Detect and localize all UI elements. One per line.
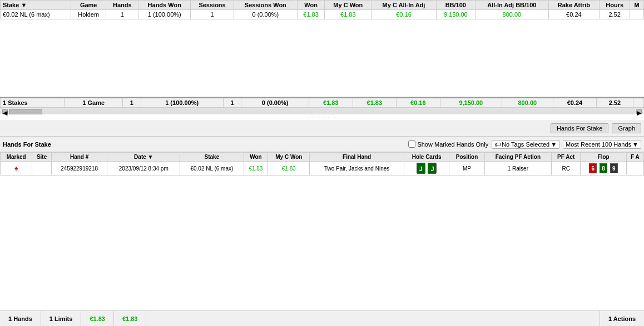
stakes-table: Stake ▼ Game Hands Hands Won Sessions Se… [0, 0, 644, 19]
cell-won: €1.83 [244, 162, 268, 175]
footer-bb100: 9,150.00 [440, 98, 502, 108]
cell-hours: 2.52 [599, 10, 630, 19]
main-container: Stake ▼ Game Hands Hands Won Sessions Se… [0, 0, 644, 326]
scroll-thumb[interactable] [9, 109, 42, 114]
cell-final-hand: Two Pair, Jacks and Nines [310, 162, 404, 175]
col-site[interactable]: Site [32, 153, 52, 162]
footer-actions: 1 Actions [600, 311, 644, 326]
col-bb100[interactable]: BB/100 [436, 1, 475, 10]
scroll-right-arrow[interactable]: ▶ [636, 109, 642, 114]
scroll-track[interactable] [9, 109, 635, 114]
top-scrollbar[interactable]: ◀ ▶ [0, 108, 644, 114]
col-hand-num[interactable]: Hand # [51, 153, 107, 162]
col-hole-cards[interactable]: Hole Cards [404, 153, 449, 162]
col-facing-pf-action[interactable]: Facing PF Action [484, 153, 551, 162]
col-game[interactable]: Game [71, 1, 106, 10]
cell-my-c-won: €1.83 [268, 162, 310, 175]
most-recent-dropdown[interactable]: Most Recent 100 Hands ▼ [563, 140, 641, 149]
col-won[interactable]: Won [297, 1, 325, 10]
hand-row[interactable]: ♠ 245922919218 2023/09/12 8:34 pm €0.02 … [1, 162, 644, 175]
hands-for-stake-label: Hands For Stake [3, 141, 51, 148]
show-marked-checkbox-label[interactable]: Show Marked Hands Only [408, 141, 488, 148]
cell-game: Holdem [71, 10, 106, 19]
col-flop[interactable]: Flop [581, 153, 627, 162]
scroll-left-arrow[interactable]: ◀ [2, 109, 8, 114]
hands-for-stake-button[interactable]: Hands For Stake [551, 123, 609, 133]
cell-pf-act: RC [552, 162, 581, 175]
tags-dropdown[interactable]: 🏷 No Tags Selected ▼ [492, 140, 559, 149]
cell-marked: ♠ [1, 162, 32, 175]
show-marked-label: Show Marked Hands Only [417, 141, 488, 148]
cell-my-c-won: €1.83 [325, 10, 371, 19]
cell-stake: €0.02 NL (6 max) [180, 162, 244, 175]
top-area: Stake ▼ Game Hands Hands Won Sessions Se… [0, 0, 644, 120]
footer-my-c-won: €1.83 [353, 98, 397, 108]
most-recent-label: Most Recent 100 Hands [566, 141, 631, 148]
dots-separator: · · · · · · [0, 114, 644, 120]
footer-limits: 1 Limits [41, 311, 82, 326]
flop-card-3: 9 [610, 163, 618, 173]
col-sessions[interactable]: Sessions [191, 1, 234, 10]
cell-sessions: 1 [191, 10, 234, 19]
table-header-row: Stake ▼ Game Hands Hands Won Sessions Se… [1, 1, 644, 10]
top-toolbar: Hands For Stake Graph [0, 120, 644, 137]
col-hands[interactable]: Hands [106, 1, 138, 10]
tags-label: No Tags Selected [502, 141, 549, 148]
col-date[interactable]: Date ▼ [107, 153, 180, 162]
table-row[interactable]: €0.02 NL (6 max) Holdem 1 1 (100.00%) 1 … [1, 10, 644, 19]
col-rake-attrib[interactable]: Rake Attrib [548, 1, 599, 10]
cell-stake: €0.02 NL (6 max) [1, 10, 71, 19]
show-marked-checkbox[interactable] [408, 141, 415, 148]
col-stake[interactable]: Stake ▼ [1, 1, 71, 10]
col-my-c-won[interactable]: My C Won [325, 1, 371, 10]
footer-hours: 2.52 [597, 98, 633, 108]
cell-date: 2023/09/12 8:34 pm [107, 162, 180, 175]
col-marked[interactable]: Marked [1, 153, 32, 162]
col-final-hand[interactable]: Final Hand [310, 153, 404, 162]
footer-won: €1.83 [309, 98, 353, 108]
hands-toolbar: Hands For Stake Show Marked Hands Only 🏷… [0, 137, 644, 152]
col-my-c-all-in-adj[interactable]: My C All-In Adj [371, 1, 436, 10]
col-m[interactable]: M [630, 1, 644, 10]
col-hands-won[interactable]: Hands Won [138, 1, 191, 10]
tags-chevron-icon: ▼ [551, 141, 557, 148]
footer-hands: 1 [123, 98, 141, 108]
cell-hands: 1 [106, 10, 138, 19]
col-pf-act[interactable]: PF Act [552, 153, 581, 162]
col-stake[interactable]: Stake [180, 153, 244, 162]
col-my-c-won[interactable]: My C Won [268, 153, 310, 162]
col-all-in-adj-bb100[interactable]: All-In Adj BB/100 [475, 1, 548, 10]
footer-game: 1 Game [65, 98, 123, 108]
col-sessions-won[interactable]: Sessions Won [234, 1, 297, 10]
footer-won: €1.83 [81, 311, 114, 326]
flop-card-2: 8 [600, 163, 607, 173]
col-f-a[interactable]: F A [626, 153, 643, 162]
footer-hands: 1 Hands [0, 311, 41, 326]
hands-empty-space [0, 175, 644, 310]
footer-row: 1 Stakes 1 Game 1 1 (100.00%) 1 0 (0.00%… [1, 98, 644, 108]
hands-table: Marked Site Hand # Date ▼ Stake Won My C… [0, 152, 644, 175]
cell-won: €1.83 [297, 10, 325, 19]
footer-m [633, 98, 643, 108]
cell-facing-pf-action: 1 Raiser [484, 162, 551, 175]
empty-space [0, 19, 644, 97]
cell-bb100: 9,150.00 [436, 10, 475, 19]
cell-hand-num: 245922919218 [51, 162, 107, 175]
footer-rake-attrib: €0.24 [553, 98, 597, 108]
cell-my-c-all-in-adj: €0.16 [371, 10, 436, 19]
footer-my-c-all-in-adj: €0.16 [397, 98, 440, 108]
hands-toolbar-right: Show Marked Hands Only 🏷 No Tags Selecte… [408, 140, 641, 149]
col-won[interactable]: Won [244, 153, 268, 162]
graph-button[interactable]: Graph [612, 123, 641, 133]
cell-m [630, 10, 644, 19]
footer-sessions: 1 [223, 98, 241, 108]
footer-my-c-won: €1.83 [114, 311, 147, 326]
footer-table: 1 Stakes 1 Game 1 1 (100.00%) 1 0 (0.00%… [0, 97, 644, 108]
hole-card-1: J [417, 163, 425, 174]
col-position[interactable]: Position [449, 153, 484, 162]
footer-table-wrapper: 1 Stakes 1 Game 1 1 (100.00%) 1 0 (0.00%… [0, 97, 644, 108]
cell-f-a [626, 162, 643, 175]
col-hours[interactable]: Hours [599, 1, 630, 10]
cell-sessions-won: 0 (0.00%) [234, 10, 297, 19]
hole-card-2: J [428, 163, 437, 174]
